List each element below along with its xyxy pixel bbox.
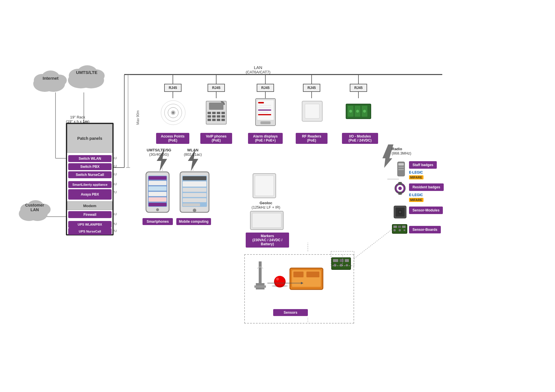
svg-rect-85 [149,197,166,202]
rf-reader-icon [296,95,328,127]
orange-device-icon [289,267,324,291]
svg-rect-132 [293,272,304,277]
svg-rect-42 [217,119,220,121]
ups-wlan-box: UPS WLAN/PBX [68,221,112,228]
geoloc-label: Geoloc (125kHz LF + IR) [251,201,280,209]
svg-rect-123 [256,283,264,285]
switch-pbx-box: Switch PBX [68,163,112,170]
rf-readers-label: RF Readers (PoE) [296,133,328,144]
svg-point-114 [399,211,401,213]
firewall-box: Firewall [68,211,112,218]
svg-rect-46 [258,102,264,103]
svg-rect-116 [393,226,397,228]
rj45-4: RJ45 [303,84,320,92]
svg-rect-52 [260,121,271,124]
resident-badges-label: Resident badges [409,183,444,191]
rj45-2: RJ45 [208,84,225,92]
sensors-label: Sensors [273,309,308,316]
svg-point-128 [275,276,285,286]
legic-2: E·LEGIC [409,193,423,197]
rj45-5: RJ45 [350,84,367,92]
svg-point-121 [404,229,405,231]
mobile-computing-icon [179,170,210,215]
svg-rect-39 [221,115,225,118]
red-button-icon [271,272,288,288]
rj45-3: RJ45 [257,84,274,92]
svg-rect-51 [258,114,271,115]
mifare-2: MIFARE [409,198,423,202]
ups-nursecall-unit: 2U [113,229,117,233]
smartliberty-unit: 1U [113,182,117,186]
svg-rect-103 [255,176,274,196]
voip-phones-label: VoIP phones (PoE) [200,133,232,144]
svg-point-29 [172,112,174,114]
svg-rect-94 [183,198,206,202]
svg-rect-138 [345,259,349,262]
alarm-display-icon [251,97,280,127]
svg-rect-36 [208,115,211,118]
svg-rect-100 [398,167,404,168]
smartphones-label: Smartphones [143,218,173,225]
legic-1: E·LEGIC [409,170,423,174]
svg-rect-93 [183,193,206,197]
svg-rect-47 [258,105,271,106]
access-points-label: Access Points (PoE) [156,133,189,144]
svg-rect-95 [183,203,200,206]
svg-rect-41 [212,119,216,121]
umts-antenna-label: UMTS/LTE/5G (3G/4G/5G) [142,148,176,157]
svg-rect-38 [217,115,220,118]
svg-rect-99 [398,163,404,166]
svg-rect-117 [398,226,401,228]
diagram: LAN (CAT6A/CAT7) RJ45 RJ45 RJ45 RJ45 RJ4… [0,0,555,392]
geoloc-icon [252,173,277,200]
markers-icon [249,210,284,231]
avaya-pbx-unit: 2U [113,190,117,194]
svg-point-87 [156,208,159,211]
rack-enclosure: Patch panels Switch WLAN 1U Switch PBX 1… [66,123,114,235]
svg-point-139 [334,264,336,267]
wlan-antenna-label: WLAN (802.11ac) [178,148,207,157]
sensor-board-icon [392,224,408,235]
alarm-displays-label: Alarm displays (PoE / PoE+) [248,133,283,144]
svg-rect-133 [306,272,319,277]
svg-point-119 [393,229,396,231]
sensor-module-icon [393,205,407,220]
customer-lan-cloud: Customer LAN [16,194,53,222]
staff-badges-label: Staff badges [409,161,437,169]
svg-point-61 [363,110,366,113]
svg-rect-107 [398,182,402,185]
svg-rect-125 [256,288,264,289]
svg-point-60 [356,110,359,113]
max-90m-label: Max 90m [136,110,140,125]
svg-rect-84 [149,192,166,196]
svg-rect-43 [221,119,225,121]
svg-point-140 [340,264,343,267]
sensor-post-icon [253,260,267,296]
io-module-icon [343,97,374,126]
ups-wlan-unit: 2U [113,222,117,226]
modem-box: Modem [67,201,112,210]
sensor-boards-label: Sensor-Boards [409,226,441,233]
patch-panels-box: Patch panels [67,124,112,153]
svg-rect-54 [305,104,319,118]
access-point-icon [158,98,189,127]
io-modules-label: I/O - Modules (PoE / 24VDC) [342,133,378,144]
switch-wlan-unit: 1U [113,156,117,160]
svg-rect-122 [259,261,262,285]
switch-nursecall-unit: 1U [113,172,117,176]
svg-point-120 [399,229,401,231]
svg-point-129 [276,278,279,280]
sensor-board-circuit-icon [331,257,351,271]
svg-rect-34 [217,112,220,114]
staff-badge-icon [396,160,406,179]
resident-badge-icon [393,181,407,196]
switch-nursecall-box: Switch NurseCall [68,171,112,178]
markers-label: Markers (230VAC / 24VDC / Battery) [246,233,289,248]
smartliberty-box: SmartLiberty appliance [68,181,112,188]
smartphone-icon [145,170,171,215]
switch-wlan-box: Switch WLAN [68,155,112,162]
firewall-unit: 1U [113,212,117,216]
umts-lte-cloud: UMTS/LTE [64,58,110,90]
svg-rect-124 [254,285,266,288]
svg-point-96 [193,209,196,212]
